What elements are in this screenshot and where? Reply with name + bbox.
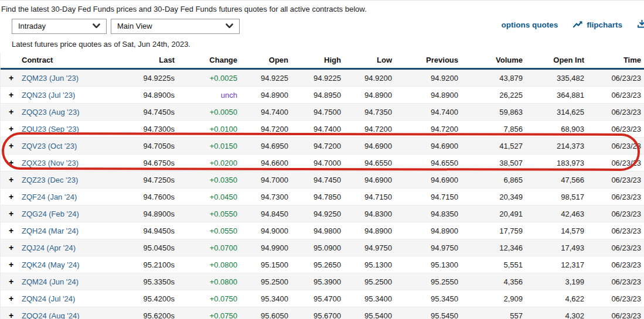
- time-cell: 06/23/23: [584, 273, 644, 290]
- table-row: + ZQK24 (May '24) 95.2100s +0.0800 95.15…: [1, 256, 644, 273]
- expand-row-button[interactable]: +: [9, 175, 13, 184]
- change-cell: +0.0800: [175, 256, 237, 273]
- expand-row-button[interactable]: +: [9, 192, 13, 201]
- expand-row-button[interactable]: +: [9, 294, 13, 303]
- expand-row-button[interactable]: +: [9, 260, 13, 269]
- futures-table-body: + ZQM23 (Jun '23) 94.9225s +0.0025 94.92…: [1, 69, 644, 319]
- expand-row-button[interactable]: +: [9, 107, 13, 116]
- high-cell: 94.7200: [288, 138, 341, 155]
- change-cell: +0.0025: [175, 69, 237, 87]
- column-header-high[interactable]: High: [288, 53, 341, 69]
- previous-cell: 95.5450: [392, 307, 458, 319]
- contract-link[interactable]: ZQK24 (May '24): [22, 260, 80, 269]
- previous-cell: 94.9750: [392, 239, 458, 256]
- table-row: + ZQQ23 (Aug '23) 94.7450s +0.0050 94.74…: [1, 104, 644, 121]
- contract-link[interactable]: ZQU23 (Sep '23): [22, 125, 79, 133]
- contract-link[interactable]: ZQG24 (Feb '24): [22, 210, 79, 218]
- table-row: + ZQF24 (Jan '24) 94.7600s +0.0450 94.73…: [1, 188, 644, 205]
- expand-row-button[interactable]: +: [9, 158, 13, 167]
- open-cell: 95.6050: [237, 307, 288, 319]
- expand-row-button[interactable]: +: [9, 277, 13, 286]
- frequency-select[interactable]: Intraday: [12, 19, 107, 34]
- column-header-previous[interactable]: Previous: [392, 53, 458, 69]
- previous-cell: 94.6550: [392, 155, 458, 171]
- open-cell: 94.7400: [237, 104, 288, 121]
- column-header-change[interactable]: Change: [175, 53, 237, 69]
- previous-cell: 95.2550: [392, 273, 458, 290]
- column-header-open[interactable]: Open: [237, 53, 288, 69]
- time-cell: 06/23/23: [584, 171, 644, 188]
- contract-link[interactable]: ZQJ24 (Apr '24): [22, 243, 76, 252]
- contract-link[interactable]: ZQN23 (Jul '23): [22, 91, 75, 100]
- expand-row-button[interactable]: +: [9, 73, 13, 83]
- low-cell: 95.2500: [341, 273, 392, 290]
- contract-link[interactable]: ZQQ23 (Aug '23): [22, 108, 80, 116]
- volume-cell: 7,856: [458, 121, 523, 138]
- high-cell: 94.7850: [288, 188, 341, 205]
- table-row: + ZQM24 (Jun '24) 95.3350s +0.0800 95.25…: [1, 273, 644, 290]
- last-cell: 94.7250s: [124, 171, 175, 188]
- table-row: + ZQZ23 (Dec '23) 94.7250s +0.0350 94.70…: [1, 171, 644, 188]
- open-cell: 95.1500: [237, 256, 288, 273]
- low-cell: 94.6900: [341, 171, 392, 188]
- open-cell: 95.2500: [237, 273, 288, 290]
- column-header-last[interactable]: Last: [124, 53, 175, 69]
- low-cell: 95.5400: [341, 307, 392, 319]
- contract-link[interactable]: ZQM24 (Jun '24): [22, 277, 79, 286]
- previous-cell: 94.8350: [392, 205, 458, 222]
- volume-cell: 557: [458, 307, 523, 319]
- previous-cell: 94.6900: [392, 138, 458, 155]
- open-cell: 94.8450: [237, 205, 288, 222]
- contract-link[interactable]: ZQH24 (Mar '24): [22, 227, 79, 235]
- expand-row-button[interactable]: +: [9, 243, 13, 252]
- open-int-cell: 14,579: [523, 222, 584, 239]
- table-row: + ZQU23 (Sep '23) 94.7300s +0.0100 94.72…: [1, 121, 644, 138]
- options-quotes-link[interactable]: options quotes: [501, 20, 558, 29]
- last-cell: 94.7450s: [124, 104, 175, 121]
- expand-row-button[interactable]: +: [9, 124, 13, 133]
- flipcharts-trend-icon: [573, 20, 583, 30]
- contract-link[interactable]: ZQV23 (Oct '23): [22, 142, 77, 150]
- last-cell: 94.9450s: [124, 222, 175, 239]
- expand-row-button[interactable]: +: [9, 90, 13, 100]
- column-header-contract[interactable]: Contract: [22, 53, 124, 69]
- contract-link[interactable]: ZQF24 (Jan '24): [22, 193, 77, 201]
- change-cell: +0.0050: [175, 104, 237, 121]
- volume-cell: 6,865: [458, 171, 523, 188]
- contract-link[interactable]: ZQM23 (Jun '23): [22, 74, 79, 83]
- low-cell: 95.3400: [341, 290, 392, 307]
- high-cell: 94.9250: [288, 205, 341, 222]
- low-cell: 94.9750: [341, 239, 392, 256]
- flipcharts-link[interactable]: flipcharts: [573, 20, 622, 30]
- previous-cell: 95.1300: [392, 256, 458, 273]
- open-int-cell: 314,625: [523, 104, 584, 121]
- last-cell: 94.7050s: [124, 138, 175, 155]
- previous-cell: 94.6900: [392, 171, 458, 188]
- volume-cell: 38,507: [458, 155, 523, 171]
- contract-link[interactable]: ZQX23 (Nov '23): [22, 159, 79, 167]
- view-select[interactable]: Main View: [111, 19, 240, 34]
- open-int-cell: 42,463: [523, 205, 584, 222]
- low-cell: 94.7150: [341, 188, 392, 205]
- expand-row-button[interactable]: +: [9, 209, 13, 218]
- download-link[interactable]: [638, 20, 644, 30]
- column-header-volume[interactable]: Volume: [458, 53, 523, 69]
- low-cell: 94.8900: [341, 222, 392, 239]
- open-int-cell: 4,302: [523, 307, 584, 319]
- expand-row-button[interactable]: +: [9, 141, 13, 150]
- contract-link[interactable]: ZQN24 (Jul '24): [22, 294, 75, 303]
- table-row: + ZQQ24 (Aug '24) 95.6200s +0.0750 95.60…: [1, 307, 644, 319]
- volume-cell: 20,491: [458, 205, 523, 222]
- table-header-row: ContractLastChangeOpenHighLowPreviousVol…: [1, 53, 644, 69]
- column-header-low[interactable]: Low: [341, 53, 392, 69]
- expand-row-button[interactable]: +: [9, 226, 13, 235]
- open-cell: 94.9000: [237, 222, 288, 239]
- expand-row-button[interactable]: +: [9, 311, 13, 319]
- volume-cell: 43,879: [458, 69, 523, 87]
- contract-link[interactable]: ZQZ23 (Dec '23): [22, 176, 78, 184]
- open-int-cell: 4,622: [523, 290, 584, 307]
- column-header-time[interactable]: Time: [584, 53, 644, 69]
- column-header-open-int[interactable]: Open Int: [523, 53, 584, 69]
- table-row: + ZQJ24 (Apr '24) 95.0450s +0.0700 94.99…: [1, 239, 644, 256]
- contract-link[interactable]: ZQQ24 (Aug '24): [22, 311, 80, 319]
